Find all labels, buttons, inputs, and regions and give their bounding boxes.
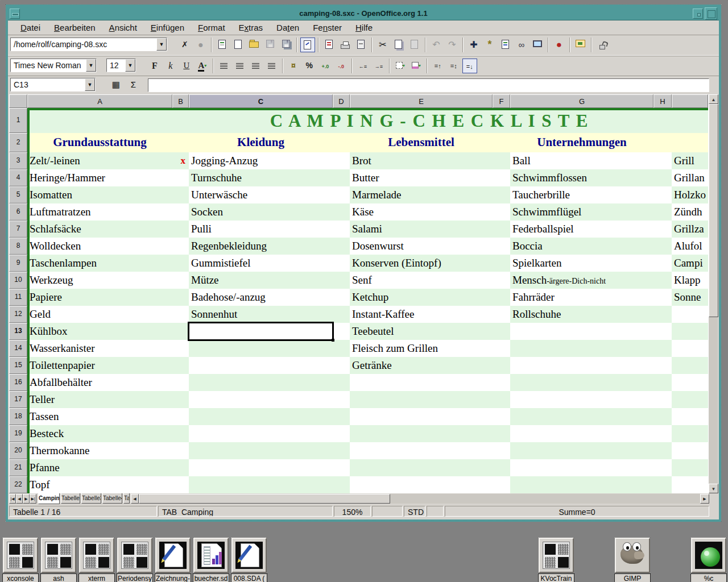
cell-A20[interactable]: Thermokanne xyxy=(27,442,172,459)
edit-file-icon[interactable] xyxy=(300,38,315,52)
font-size-dropdown-icon[interactable]: ▼ xyxy=(125,59,135,72)
cell-D14[interactable] xyxy=(333,340,350,357)
row-header-2[interactable]: 2 xyxy=(9,133,27,152)
cell-B4[interactable] xyxy=(172,169,189,186)
cell-E8[interactable]: Dosenwurst xyxy=(350,238,493,255)
cell-E14[interactable]: Fleisch zum Grillen xyxy=(350,340,493,357)
menu-item-datei[interactable]: Datei xyxy=(14,20,47,35)
italic-icon[interactable]: k xyxy=(163,59,178,73)
cell-E6[interactable]: Käse xyxy=(350,203,493,221)
cell-B22[interactable] xyxy=(172,476,189,493)
cell-D22[interactable] xyxy=(333,476,350,493)
screen-icon[interactable] xyxy=(530,38,545,52)
cell-D9[interactable] xyxy=(333,255,350,272)
cell-G11[interactable]: Fahrräder xyxy=(510,289,653,306)
cell-E20[interactable] xyxy=(350,442,493,459)
url-combobox[interactable]: /home/rolf/camping-08.sxc ▼ xyxy=(10,38,167,51)
cell-E16[interactable] xyxy=(350,374,493,391)
stylist-icon[interactable]: * xyxy=(482,38,497,52)
row-header-4[interactable]: 4 xyxy=(9,169,27,186)
cell-C20[interactable] xyxy=(189,442,333,459)
cell-D18[interactable] xyxy=(333,408,350,425)
menu-item-hilfe[interactable]: Hilfe xyxy=(349,20,379,35)
cell-B12[interactable] xyxy=(172,306,189,323)
cell-B8[interactable] xyxy=(172,238,189,255)
cell-H4[interactable] xyxy=(653,169,672,186)
cell-E3[interactable]: Brot xyxy=(350,152,493,169)
cell-A13[interactable]: Kühlbox xyxy=(27,323,172,340)
cell-H7[interactable] xyxy=(653,221,672,238)
titlebar[interactable]: camping-08.sxc - OpenOffice.org 1.1 xyxy=(8,7,719,20)
cell-H16[interactable] xyxy=(653,374,672,391)
sheet-nav-next-icon[interactable]: ▶ xyxy=(23,494,30,504)
cell-F18[interactable] xyxy=(493,408,510,425)
cell-G14[interactable] xyxy=(510,340,653,357)
desktop-icon-008sda[interactable]: 008.SDA ( xyxy=(231,538,267,582)
cell-C18[interactable] xyxy=(189,408,333,425)
cell-H5[interactable] xyxy=(653,186,672,203)
row-header-19[interactable]: 19 xyxy=(9,425,27,442)
cell-H21[interactable] xyxy=(653,459,672,476)
cell-A17[interactable]: Teller xyxy=(27,391,172,408)
cell-F17[interactable] xyxy=(493,391,510,408)
cell-H14[interactable] xyxy=(653,340,672,357)
cell-I22[interactable] xyxy=(672,476,708,493)
cell-D11[interactable] xyxy=(333,289,350,306)
cell-G20[interactable] xyxy=(510,442,653,459)
cell-C6[interactable]: Socken xyxy=(189,203,333,221)
menu-item-extras[interactable]: Extras xyxy=(232,20,270,35)
cell-E4[interactable]: Butter xyxy=(350,169,493,186)
cell-G16[interactable] xyxy=(510,374,653,391)
cell-B11[interactable] xyxy=(172,289,189,306)
sheet-tab-camping[interactable]: Camping xyxy=(38,493,60,504)
menu-item-daten[interactable]: Daten xyxy=(270,20,306,35)
cell-I14[interactable] xyxy=(672,340,708,357)
cell-C9[interactable]: Gummistiefel xyxy=(189,255,333,272)
cell-D17[interactable] xyxy=(333,391,350,408)
cell-D16[interactable] xyxy=(333,374,350,391)
cell-F10[interactable] xyxy=(493,272,510,289)
cell-B9[interactable] xyxy=(172,255,189,272)
mail-icon[interactable] xyxy=(322,38,337,52)
undo-icon[interactable]: ↶ xyxy=(429,38,444,52)
cell-D15[interactable] xyxy=(333,357,350,374)
row-header-22[interactable]: 22 xyxy=(9,476,27,493)
align-right-icon[interactable] xyxy=(249,59,263,73)
cell-F5[interactable] xyxy=(493,186,510,203)
menu-item-bearbeiten[interactable]: Bearbeiten xyxy=(47,20,102,35)
cell-I21[interactable] xyxy=(672,459,708,476)
cell-A3[interactable]: Zelt/-leinen xyxy=(27,152,172,169)
menu-item-format[interactable]: Format xyxy=(191,20,232,35)
cell-I13[interactable] xyxy=(672,323,708,340)
cell-H13[interactable] xyxy=(653,323,672,340)
cell-A19[interactable]: Besteck xyxy=(27,425,172,442)
align-bottom-icon[interactable]: =↓ xyxy=(462,59,477,73)
cell-reference-box[interactable]: C13 ▼ xyxy=(10,78,96,92)
row-header-10[interactable]: 10 xyxy=(9,272,27,289)
row-header-1[interactable]: 1 xyxy=(9,108,27,133)
column-header-partial[interactable] xyxy=(672,94,708,108)
tab-scroll-left-icon[interactable]: ◀ xyxy=(131,494,139,504)
bold-icon[interactable]: F xyxy=(147,59,162,73)
add-decimal-icon[interactable]: +.0 xyxy=(318,59,333,73)
cell-I17[interactable] xyxy=(672,391,708,408)
cell-A14[interactable]: Wasserkanister xyxy=(27,340,172,357)
horizontal-scroll-thumb[interactable] xyxy=(139,494,390,504)
cell-E15[interactable]: Getränke xyxy=(350,357,493,374)
cell-reference-dropdown-icon[interactable]: ▼ xyxy=(85,78,95,91)
cell-A22[interactable]: Topf xyxy=(27,476,172,493)
cell-H9[interactable] xyxy=(653,255,672,272)
cell-D10[interactable] xyxy=(333,272,350,289)
cell-H22[interactable] xyxy=(653,476,672,493)
cell-B19[interactable] xyxy=(172,425,189,442)
row-header-5[interactable]: 5 xyxy=(9,186,27,203)
new-from-template-icon[interactable] xyxy=(215,38,230,52)
cell-E10[interactable]: Senf xyxy=(350,272,493,289)
scroll-up-icon[interactable]: ▲ xyxy=(709,94,718,104)
cell-B21[interactable] xyxy=(172,459,189,476)
paste-icon[interactable] xyxy=(407,38,422,52)
cell-A21[interactable]: Pfanne xyxy=(27,459,172,476)
desktop-icon-c[interactable]: %c xyxy=(690,538,727,582)
cell-C14[interactable] xyxy=(189,340,333,357)
sum-icon[interactable]: Σ xyxy=(126,78,140,92)
